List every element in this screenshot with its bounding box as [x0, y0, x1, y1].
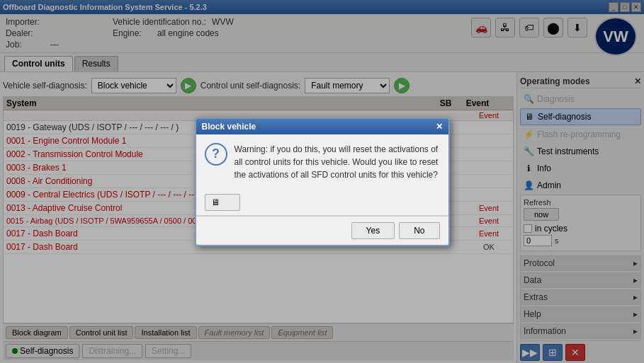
dialog-buttons: Yes No — [196, 216, 448, 245]
dialog-close-icon[interactable]: ✕ — [436, 122, 443, 132]
dialog-yes-button[interactable]: Yes — [351, 222, 395, 239]
dialog-question-icon: ? — [205, 143, 227, 166]
dialog-computer-button[interactable]: 🖥 — [205, 194, 240, 211]
dialog-overlay: Block vehicle ✕ ? Warning: if you do thi… — [0, 0, 644, 363]
computer-icon: 🖥 — [211, 197, 220, 207]
dialog-computer-row: 🖥 — [196, 190, 448, 216]
dialog-message: Warning: if you do this, you will reset … — [235, 143, 440, 181]
dialog-title-bar: Block vehicle ✕ — [196, 119, 448, 134]
dialog-title: Block vehicle — [202, 122, 256, 132]
block-vehicle-dialog: Block vehicle ✕ ? Warning: if you do thi… — [195, 117, 450, 246]
dialog-content: ? Warning: if you do this, you will rese… — [196, 134, 448, 190]
dialog-no-button[interactable]: No — [399, 222, 439, 239]
